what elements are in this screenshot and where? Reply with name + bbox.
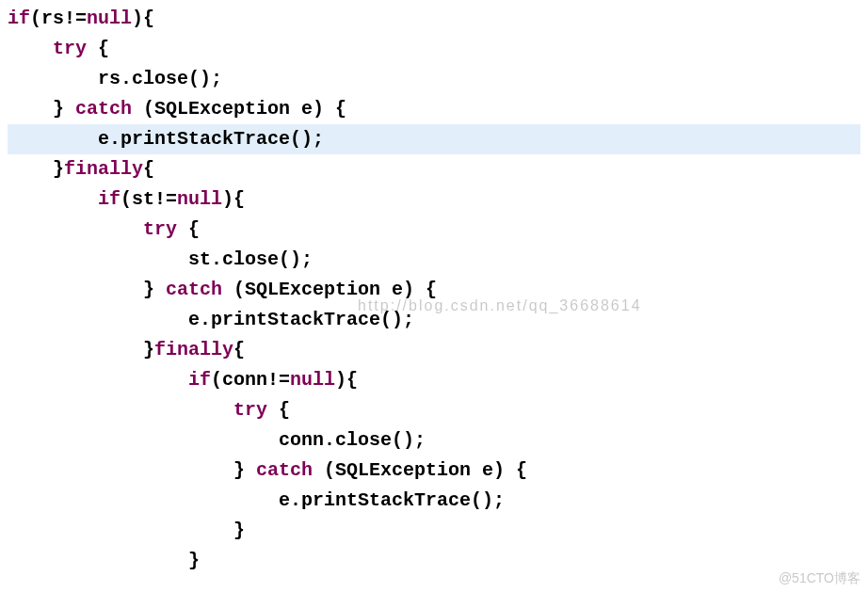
keyword-token: null bbox=[87, 8, 132, 29]
text-token: e.printStackTrace(); bbox=[279, 489, 505, 511]
text-token: } bbox=[53, 158, 64, 180]
keyword-token: if bbox=[8, 8, 30, 29]
text-token: ){ bbox=[222, 188, 245, 210]
code-line: }finally{ bbox=[8, 335, 860, 365]
text-token: { bbox=[233, 339, 245, 360]
keyword-token: null bbox=[177, 188, 222, 210]
text-token: } bbox=[53, 98, 75, 120]
code-line: try { bbox=[8, 395, 860, 425]
text-token: } bbox=[188, 550, 200, 571]
code-line: st.close(); bbox=[8, 245, 860, 275]
keyword-token: try bbox=[233, 399, 267, 421]
keyword-token: catch bbox=[75, 98, 132, 120]
code-line: conn.close(); bbox=[8, 425, 860, 456]
text-token: { bbox=[143, 158, 154, 180]
keyword-token: catch bbox=[256, 459, 313, 481]
keyword-token: if bbox=[98, 188, 121, 210]
keyword-token: null bbox=[290, 369, 335, 391]
keyword-token: try bbox=[53, 38, 87, 59]
keyword-token: finally bbox=[64, 158, 143, 180]
text-token: (SQLException e) { bbox=[132, 98, 346, 120]
text-token: ){ bbox=[335, 369, 358, 391]
text-token: } bbox=[233, 520, 245, 541]
code-line: if(st!=null){ bbox=[8, 184, 860, 215]
code-block: if(rs!=null){ try { rs.close(); } catch … bbox=[0, 0, 868, 580]
code-line: } catch (SQLException e) { bbox=[8, 456, 860, 486]
code-line: if(rs!=null){ bbox=[8, 4, 860, 34]
code-line: try { bbox=[8, 34, 860, 64]
text-token: (st!= bbox=[121, 188, 177, 210]
text-token: { bbox=[87, 38, 109, 59]
code-line: e.printStackTrace(); bbox=[8, 124, 860, 154]
text-token: e.printStackTrace(); bbox=[98, 128, 324, 150]
text-token: (SQLException e) { bbox=[313, 459, 527, 481]
text-token: (rs!= bbox=[30, 8, 87, 29]
keyword-token: catch bbox=[166, 279, 222, 300]
code-line: if(conn!=null){ bbox=[8, 365, 860, 395]
text-token: ){ bbox=[132, 8, 154, 29]
code-line: } bbox=[8, 516, 860, 546]
source-attribution: @51CTO博客 bbox=[779, 568, 860, 588]
code-line: } bbox=[8, 546, 860, 576]
text-token: rs.close(); bbox=[98, 68, 222, 89]
keyword-token: if bbox=[188, 369, 211, 391]
text-token: } bbox=[143, 339, 154, 360]
code-line: } catch (SQLException e) { bbox=[8, 94, 860, 124]
code-line: }finally{ bbox=[8, 154, 860, 184]
code-line: rs.close(); bbox=[8, 64, 860, 94]
text-token: } bbox=[143, 279, 166, 300]
watermark-text: http://blog.csdn.net/qq_36688614 bbox=[358, 294, 642, 318]
code-line: e.printStackTrace(); bbox=[8, 486, 860, 516]
keyword-token: finally bbox=[154, 339, 233, 360]
text-token: st.close(); bbox=[188, 248, 313, 270]
text-token: } bbox=[233, 459, 256, 481]
text-token: { bbox=[177, 218, 200, 240]
text-token: (conn!= bbox=[211, 369, 290, 391]
text-token: conn.close(); bbox=[279, 429, 426, 451]
keyword-token: try bbox=[143, 218, 177, 240]
text-token: { bbox=[267, 399, 290, 421]
code-line: try { bbox=[8, 215, 860, 245]
